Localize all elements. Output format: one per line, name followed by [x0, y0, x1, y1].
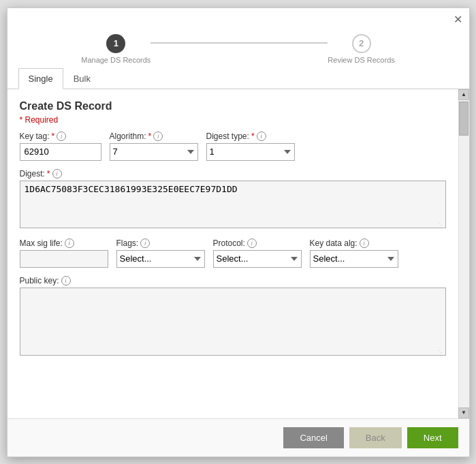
- digest-required: *: [47, 169, 50, 179]
- flags-group: Flags: i Select...: [116, 238, 205, 268]
- dialog-footer: Cancel Back Next: [7, 418, 469, 457]
- public-key-textarea[interactable]: [20, 288, 446, 356]
- key-data-alg-info-icon[interactable]: i: [360, 238, 369, 248]
- close-button[interactable]: ✕: [454, 14, 462, 25]
- key-tag-label: Key tag: * i: [20, 132, 101, 141]
- protocol-group: Protocol: i Select...: [213, 238, 302, 268]
- digest-type-select[interactable]: 1: [206, 143, 295, 161]
- field-row-1: Key tag: * i Algorithm: * i 7: [20, 132, 446, 161]
- digest-info-icon[interactable]: i: [52, 169, 62, 179]
- dialog: ✕ 1 Manage DS Records 2 Review DS Record…: [7, 7, 470, 457]
- tabs-bar: Single Bulk: [7, 68, 469, 89]
- public-key-row: Public key: i ⋱: [20, 276, 446, 358]
- public-key-container: ⋱: [20, 288, 446, 358]
- step-1: 1 Manage DS Records: [81, 34, 150, 64]
- digest-row: Digest: * i 1D6AC75083F3CEC31861993E325E…: [20, 169, 446, 230]
- key-tag-input[interactable]: [20, 143, 101, 161]
- digest-container: 1D6AC75083F3CEC31861993E325E0EEC7E97D1DD…: [20, 181, 446, 230]
- step-2: 2 Review DS Records: [328, 34, 394, 64]
- cancel-button[interactable]: Cancel: [283, 427, 343, 448]
- scrollbar-up-button[interactable]: ▲: [458, 89, 469, 100]
- required-note: * Required: [20, 115, 446, 125]
- public-key-resize-handle: ⋱: [438, 349, 445, 356]
- key-data-alg-group: Key data alg: i Select...: [310, 238, 398, 268]
- scrollbar-down-button[interactable]: ▼: [458, 407, 469, 418]
- step-1-circle: 1: [106, 34, 125, 53]
- digest-type-group: Digest type: * i 1: [206, 132, 295, 161]
- field-row-2: Max sig life: i Flags: i Select...: [20, 238, 446, 268]
- scrollbar-thumb[interactable]: [459, 102, 469, 136]
- flags-select[interactable]: Select...: [116, 250, 205, 268]
- step-connector: [150, 42, 328, 44]
- algorithm-group: Algorithm: * i 7: [110, 132, 198, 161]
- form-area: Create DS Record * Required Key tag: * i…: [7, 89, 458, 418]
- digest-type-info-icon[interactable]: i: [257, 132, 266, 141]
- flags-info-icon[interactable]: i: [140, 238, 150, 248]
- key-tag-required: *: [52, 132, 55, 141]
- tab-bulk[interactable]: Bulk: [63, 68, 101, 89]
- key-data-alg-label: Key data alg: i: [310, 238, 398, 248]
- digest-textarea[interactable]: 1D6AC75083F3CEC31861993E325E0EEC7E97D1DD: [20, 181, 446, 228]
- key-tag-info-icon[interactable]: i: [57, 132, 66, 141]
- back-button[interactable]: Back: [349, 427, 402, 448]
- max-sig-life-group: Max sig life: i: [20, 238, 108, 268]
- digest-type-required: *: [251, 132, 255, 141]
- algorithm-select[interactable]: 7: [110, 143, 198, 161]
- protocol-select[interactable]: Select...: [213, 250, 302, 268]
- key-tag-group: Key tag: * i: [20, 132, 101, 161]
- flags-label: Flags: i: [116, 238, 205, 248]
- next-button[interactable]: Next: [407, 427, 458, 448]
- max-sig-life-label: Max sig life: i: [20, 238, 108, 248]
- content-area: Create DS Record * Required Key tag: * i…: [7, 89, 469, 418]
- dialog-header: ✕: [7, 8, 469, 27]
- max-sig-life-info-icon[interactable]: i: [65, 238, 74, 248]
- protocol-info-icon[interactable]: i: [247, 238, 257, 248]
- public-key-info-icon[interactable]: i: [61, 276, 71, 285]
- algorithm-info-icon[interactable]: i: [153, 132, 163, 141]
- key-data-alg-select[interactable]: Select...: [310, 250, 398, 268]
- public-key-label: Public key: i: [20, 276, 446, 285]
- form-title: Create DS Record: [20, 100, 446, 112]
- stepper: 1 Manage DS Records 2 Review DS Records: [7, 27, 469, 68]
- scrollbar: ▲ ▼: [458, 89, 469, 418]
- step-2-circle: 2: [352, 34, 371, 53]
- digest-resize-handle: ⋱: [438, 221, 445, 229]
- algorithm-required: *: [148, 132, 152, 141]
- algorithm-label: Algorithm: * i: [110, 132, 198, 141]
- max-sig-life-input[interactable]: [20, 250, 108, 268]
- protocol-label: Protocol: i: [213, 238, 302, 248]
- step-2-label: Review DS Records: [328, 56, 394, 64]
- step-1-label: Manage DS Records: [81, 56, 150, 64]
- digest-type-label: Digest type: * i: [206, 132, 295, 141]
- digest-label: Digest: * i: [20, 169, 446, 179]
- tab-single[interactable]: Single: [18, 68, 63, 89]
